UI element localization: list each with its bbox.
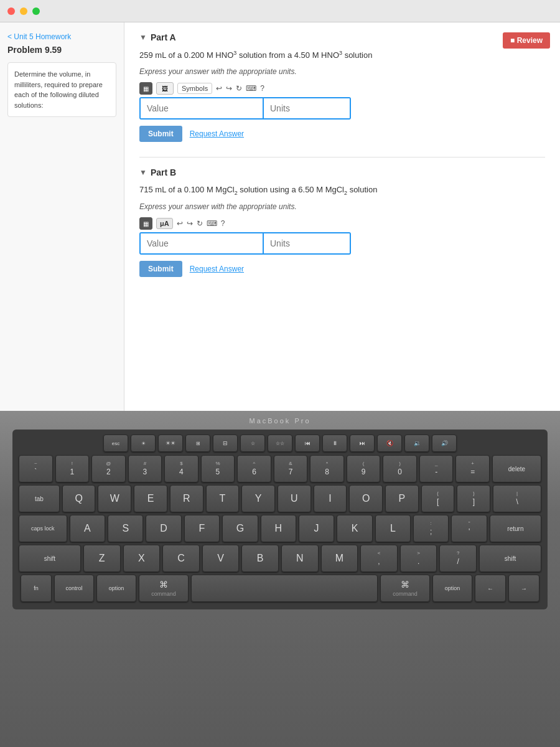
key-delete[interactable]: delete bbox=[492, 455, 541, 482]
key-5[interactable]: % 5 bbox=[201, 455, 235, 482]
key-i[interactable]: I bbox=[314, 485, 347, 512]
key-f6[interactable]: ☆☆ bbox=[268, 435, 292, 452]
key-quote[interactable]: " ' bbox=[451, 515, 487, 542]
key-j[interactable]: J bbox=[299, 515, 334, 542]
part-a-undo-icon[interactable]: ↩ bbox=[216, 84, 222, 93]
key-f[interactable]: F bbox=[184, 515, 220, 542]
key-f2[interactable]: ☀☀ bbox=[158, 435, 183, 452]
key-z[interactable]: Z bbox=[83, 545, 121, 572]
part-a-units-input[interactable] bbox=[263, 98, 350, 118]
key-caps-lock[interactable]: caps lock bbox=[19, 515, 67, 542]
maximize-dot[interactable] bbox=[32, 7, 40, 15]
key-o[interactable]: O bbox=[349, 485, 383, 512]
key-arrow-right[interactable]: → bbox=[508, 575, 539, 602]
part-a-arrow[interactable]: ▼ bbox=[139, 33, 147, 42]
part-a-submit-button[interactable]: Submit bbox=[139, 126, 182, 142]
part-b-help-icon[interactable]: ? bbox=[221, 219, 225, 228]
key-f7[interactable]: ⏮ bbox=[295, 435, 320, 452]
key-command-left[interactable]: ⌘ command bbox=[139, 575, 189, 602]
key-arrow-left[interactable]: ← bbox=[475, 575, 506, 602]
part-b-request-answer[interactable]: Request Answer bbox=[190, 265, 244, 273]
part-b-redo-icon[interactable]: ↪ bbox=[187, 219, 193, 228]
key-f10[interactable]: 🔇 bbox=[377, 435, 402, 452]
key-v[interactable]: V bbox=[202, 545, 240, 572]
key-w[interactable]: W bbox=[98, 485, 131, 512]
key-f9[interactable]: ⏭ bbox=[350, 435, 375, 452]
key-fn[interactable]: fn bbox=[21, 575, 52, 602]
key-command-right[interactable]: ⌘ command bbox=[380, 575, 430, 602]
key-semicolon[interactable]: : ; bbox=[413, 515, 449, 542]
key-1[interactable]: ! 1 bbox=[55, 455, 90, 482]
key-u[interactable]: U bbox=[278, 485, 311, 512]
key-slash[interactable]: ? / bbox=[439, 545, 477, 572]
close-dot[interactable] bbox=[7, 7, 15, 15]
key-c[interactable]: C bbox=[162, 545, 200, 572]
part-a-help-icon[interactable]: ? bbox=[260, 84, 264, 93]
key-period[interactable]: > . bbox=[400, 545, 437, 572]
key-p[interactable]: P bbox=[385, 485, 419, 512]
part-b-refresh-icon[interactable]: ↻ bbox=[197, 219, 203, 228]
key-b[interactable]: B bbox=[241, 545, 279, 572]
key-l[interactable]: L bbox=[375, 515, 411, 542]
key-7[interactable]: & 7 bbox=[274, 455, 308, 482]
key-e[interactable]: E bbox=[134, 485, 167, 512]
key-f11[interactable]: 🔉 bbox=[404, 435, 429, 452]
key-control[interactable]: control bbox=[54, 575, 94, 602]
key-option-left[interactable]: option bbox=[96, 575, 136, 602]
key-comma[interactable]: < , bbox=[360, 545, 398, 572]
part-a-symbols-btn[interactable]: Symbols bbox=[177, 83, 212, 94]
key-4[interactable]: $ 4 bbox=[164, 455, 198, 482]
review-button[interactable]: ■ Review bbox=[503, 32, 550, 49]
part-a-refresh-icon[interactable]: ↻ bbox=[236, 84, 242, 93]
key-bracket-open[interactable]: { [ bbox=[421, 485, 455, 512]
part-b-arrow[interactable]: ▼ bbox=[139, 168, 147, 177]
part-b-value-input[interactable] bbox=[141, 233, 263, 253]
key-6[interactable]: ^ 6 bbox=[237, 455, 271, 482]
key-n[interactable]: N bbox=[281, 545, 319, 572]
part-a-redo-icon[interactable]: ↪ bbox=[226, 84, 232, 93]
key-0[interactable]: ) 0 bbox=[383, 455, 417, 482]
key-option-right[interactable]: option bbox=[432, 575, 472, 602]
key-backslash[interactable]: | \ bbox=[493, 485, 541, 512]
key-minus[interactable]: _ - bbox=[419, 455, 454, 482]
key-d[interactable]: D bbox=[146, 515, 181, 542]
part-b-undo-icon[interactable]: ↩ bbox=[177, 219, 183, 228]
key-m[interactable]: M bbox=[321, 545, 358, 572]
key-t[interactable]: T bbox=[206, 485, 240, 512]
key-g[interactable]: G bbox=[222, 515, 258, 542]
part-b-units-input[interactable] bbox=[263, 233, 350, 253]
part-b-keyboard-icon[interactable]: ⌨ bbox=[207, 219, 217, 228]
key-s[interactable]: S bbox=[108, 515, 143, 542]
key-space[interactable] bbox=[191, 575, 378, 602]
key-r[interactable]: R bbox=[170, 485, 203, 512]
key-shift-right[interactable]: shift bbox=[479, 545, 541, 572]
key-tab[interactable]: tab bbox=[19, 485, 60, 512]
nav-back[interactable]: < Unit 5 Homework bbox=[7, 32, 116, 41]
key-q[interactable]: Q bbox=[62, 485, 96, 512]
key-8[interactable]: * 8 bbox=[310, 455, 344, 482]
key-f5[interactable]: ☆ bbox=[240, 435, 265, 452]
key-f1[interactable]: ☀ bbox=[131, 435, 156, 452]
key-k[interactable]: K bbox=[337, 515, 372, 542]
key-f8[interactable]: ⏸ bbox=[322, 435, 347, 452]
key-return[interactable]: return bbox=[490, 515, 541, 542]
part-a-image-btn[interactable]: 🖼 bbox=[156, 82, 174, 95]
key-equals[interactable]: + = bbox=[455, 455, 490, 482]
key-y[interactable]: Y bbox=[241, 485, 275, 512]
part-b-mu-badge[interactable]: μA bbox=[156, 218, 173, 229]
key-f12[interactable]: 🔊 bbox=[432, 435, 457, 452]
key-f3[interactable]: ⊞ bbox=[185, 435, 210, 452]
part-a-grid-btn[interactable]: ▦ bbox=[139, 82, 152, 95]
key-9[interactable]: ( 9 bbox=[347, 455, 381, 482]
part-b-submit-button[interactable]: Submit bbox=[139, 261, 182, 277]
key-shift-left[interactable]: shift bbox=[19, 545, 81, 572]
minimize-dot[interactable] bbox=[20, 7, 27, 15]
part-a-keyboard-icon[interactable]: ⌨ bbox=[246, 84, 256, 93]
key-escape[interactable]: esc bbox=[103, 435, 128, 452]
key-h[interactable]: H bbox=[261, 515, 296, 542]
part-a-value-input[interactable] bbox=[141, 98, 263, 118]
key-bracket-close[interactable]: } ] bbox=[457, 485, 490, 512]
key-backtick[interactable]: ~ ` bbox=[19, 455, 53, 482]
part-b-grid-btn[interactable]: ▦ bbox=[139, 217, 152, 230]
key-3[interactable]: # 3 bbox=[128, 455, 162, 482]
